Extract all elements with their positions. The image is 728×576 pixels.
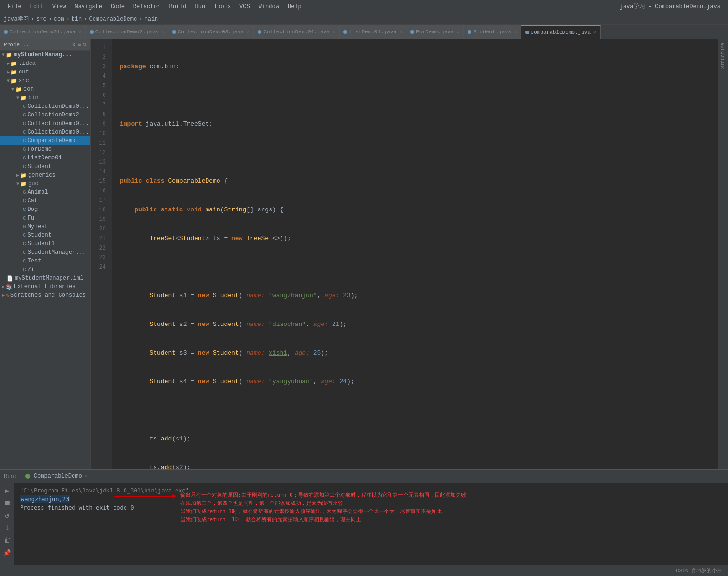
- tree-fu[interactable]: C Fu: [0, 214, 90, 222]
- menu-tools[interactable]: Tools: [210, 2, 235, 11]
- tab-close-5[interactable]: ✕: [399, 29, 402, 35]
- code-editor[interactable]: 1 2 3 4 ▶ 5 ▶ 6 7 8 9 10 11 12 13 14: [91, 39, 718, 469]
- tree-iml[interactable]: 📄 myStudentManager.iml: [0, 274, 90, 283]
- code-body[interactable]: package com.bin; import java.util.TreeSe…: [112, 39, 718, 469]
- tree-collectiondemo0-3[interactable]: C CollectionDemo0...: [0, 128, 90, 136]
- tree-listdemo01[interactable]: C ListDemo01: [0, 154, 90, 162]
- breadcrumb-src[interactable]: src: [36, 16, 47, 22]
- tab-collectiondemo01[interactable]: CollectionDemo01.java ✕: [0, 25, 86, 39]
- breadcrumb-bin[interactable]: bin: [72, 16, 82, 22]
- tree-label-src: src: [19, 77, 29, 84]
- tree-label-comparable: ComparableDemo: [28, 137, 76, 144]
- tab-fordemo[interactable]: ForDemo.java ✕: [406, 25, 464, 39]
- breadcrumb-com[interactable]: com: [54, 16, 64, 22]
- tab-close-2[interactable]: ✕: [161, 29, 164, 35]
- tree-out[interactable]: ▶ 📁 out: [0, 68, 90, 76]
- sidebar-collapse-icon[interactable]: ≡: [78, 42, 81, 48]
- tab-student[interactable]: Student.java ✕: [464, 25, 521, 39]
- menu-file[interactable]: File: [4, 2, 25, 11]
- stop-button[interactable]: ⏹: [2, 498, 12, 508]
- tree-student-guo[interactable]: C Student: [0, 231, 90, 240]
- linenum-22: 22: [93, 243, 108, 253]
- menu-edit[interactable]: Edit: [26, 2, 48, 11]
- tree-label-scratch: Scratches and Consoles: [10, 292, 86, 299]
- tab-close-3[interactable]: ✕: [247, 29, 250, 35]
- tree-label-mytest: MyTest: [28, 223, 48, 230]
- menu-code[interactable]: Code: [107, 2, 128, 11]
- tree-scratches[interactable]: ▶ ✎ Scratches and Consoles: [0, 291, 90, 300]
- breadcrumb-method[interactable]: main: [144, 16, 158, 22]
- tree-label-dog: Dog: [28, 206, 38, 213]
- tree-com[interactable]: ▼ 📁 com: [0, 85, 90, 94]
- tab-icon-4: [258, 30, 261, 34]
- tree-test[interactable]: C Test: [0, 257, 90, 265]
- tab-close-1[interactable]: ✕: [79, 29, 82, 35]
- tab-listdemo01[interactable]: ListDemo01.java ✕: [340, 25, 406, 39]
- tab-close-8[interactable]: ✕: [593, 30, 596, 35]
- tree-generics[interactable]: ▶ 📁 generics: [0, 171, 90, 179]
- tab-close-6[interactable]: ✕: [457, 29, 459, 35]
- menu-build[interactable]: Build: [165, 2, 190, 11]
- tree-src[interactable]: ▼ 📁 src: [0, 76, 90, 85]
- tree-student-bin[interactable]: C Student: [0, 162, 90, 171]
- tree-student1[interactable]: C Student1: [0, 240, 90, 248]
- sidebar-sort-icon[interactable]: ⇅: [83, 41, 86, 48]
- tree-comparabledemo[interactable]: C ComparableDemo: [0, 136, 90, 145]
- pin-button[interactable]: 📌: [2, 547, 12, 558]
- tree-fordemo[interactable]: G ForDemo: [0, 145, 90, 154]
- tree-bin[interactable]: ▼ 📁 bin: [0, 94, 90, 102]
- tab-comparabledemo-run[interactable]: ComparableDemo ✕: [21, 471, 92, 482]
- tree-external-libs[interactable]: ▶ 📚 External Libraries: [0, 283, 90, 291]
- tab-icon-8: [525, 31, 529, 34]
- linenum-18: 18: [93, 205, 108, 215]
- tree-label-out: out: [19, 69, 29, 75]
- rerun-button[interactable]: ↺: [2, 510, 12, 521]
- tab-close-7[interactable]: ✕: [514, 29, 517, 35]
- breadcrumb-sep2: ›: [49, 16, 52, 22]
- tree-root[interactable]: ▼ 📁 myStudentManag...: [0, 51, 90, 59]
- tree-collectiondemo2[interactable]: C CollectionDemo2: [0, 111, 90, 119]
- scroll-end-button[interactable]: ⤓: [2, 523, 12, 533]
- tab-collectiondemo04[interactable]: CollectionDemo04.java ✕: [254, 25, 340, 39]
- tree-collectiondemo0-2[interactable]: C CollectionDemo0...: [0, 119, 90, 128]
- tree-zi[interactable]: C Zi: [0, 265, 90, 274]
- tree-arrow-src: ▼: [7, 78, 10, 84]
- tab-close-4[interactable]: ✕: [333, 29, 335, 35]
- menu-run[interactable]: Run: [191, 2, 209, 11]
- tab-comparabledemo[interactable]: ComparableDemo.java ✕: [521, 25, 601, 39]
- tree-mytest[interactable]: G MyTest: [0, 222, 90, 231]
- menu-navigate[interactable]: Navigate: [71, 2, 106, 11]
- menu-vcs[interactable]: VCS: [236, 2, 254, 11]
- run-tab-close[interactable]: ✕: [85, 473, 88, 479]
- tree-studentmanager[interactable]: C StudentManager...: [0, 248, 90, 257]
- linenum-6: ▶ 6: [93, 91, 108, 100]
- structure-tab[interactable]: Structure: [719, 39, 727, 73]
- run-button[interactable]: ▶: [2, 485, 12, 496]
- tree-arrow-idea: ▶: [7, 61, 10, 66]
- linenum-12: 12: [93, 148, 108, 157]
- tree-idea[interactable]: ▶ 📁 .idea: [0, 59, 90, 68]
- tree-collectiondemo0-1[interactable]: C CollectionDemo0...: [0, 102, 90, 111]
- tree-guo[interactable]: ▼ 📁 guo: [0, 179, 90, 188]
- menu-view[interactable]: View: [49, 2, 70, 11]
- tree-label-test: Test: [28, 258, 42, 264]
- menu-refactor[interactable]: Refactor: [129, 2, 165, 11]
- tab-collectiondemo03[interactable]: CollectionDemo03.java ✕: [168, 25, 254, 39]
- menu-bar: File Edit View Navigate Code Refactor Bu…: [0, 0, 728, 13]
- annotation-arrow: [114, 494, 177, 499]
- annotation-container: 输出只有一个对象的原因:由于刚刚的return 0；导致在添加第二个对象时，程序…: [114, 492, 466, 524]
- breadcrumb-java[interactable]: java学习: [4, 15, 29, 23]
- sidebar-header: Proje... ⚙ ≡ ⇅: [0, 39, 90, 51]
- breadcrumb-class[interactable]: ComparableDemo: [89, 16, 137, 22]
- linenum-20: 20: [93, 224, 108, 234]
- folder-icon-guo: 📁: [20, 181, 27, 187]
- tree-animal[interactable]: G Animal: [0, 188, 90, 197]
- tree-dog[interactable]: C Dog: [0, 205, 90, 214]
- menu-window[interactable]: Window: [255, 2, 283, 11]
- menu-help[interactable]: Help: [284, 2, 305, 11]
- tree-label-cd2: CollectionDemo2: [28, 112, 79, 118]
- tree-cat[interactable]: C Cat: [0, 197, 90, 205]
- clear-button[interactable]: 🗑: [2, 535, 12, 545]
- sidebar-settings-icon[interactable]: ⚙: [72, 41, 75, 48]
- tab-collectiondemo2[interactable]: CollectionDemo2.java ✕: [86, 25, 168, 39]
